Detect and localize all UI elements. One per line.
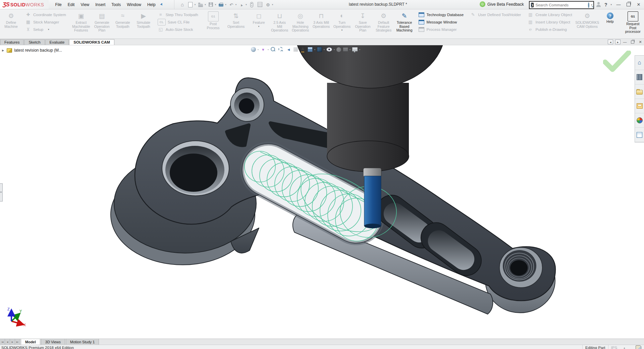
minimize-button[interactable]: —: [615, 2, 622, 7]
simulate-toolpath-button[interactable]: ▶Simulate Toolpath: [133, 10, 154, 39]
tab-3d-views[interactable]: 3D Views: [41, 339, 65, 345]
menu-view[interactable]: View: [77, 1, 92, 8]
solidworks-cam-options-button[interactable]: ⚙SOLIDWORKS CAM Options: [577, 10, 598, 39]
threaded-end-boss[interactable]: [499, 247, 542, 288]
generate-toolpath-button[interactable]: ≈Generate Toolpath: [112, 10, 133, 39]
nav-last-button[interactable]: ▶|: [15, 339, 20, 345]
menu-insert[interactable]: Insert: [92, 1, 108, 8]
cutting-tool[interactable]: [364, 176, 381, 226]
default-feature-strategies-button[interactable]: ⚙Default Feature Strategies: [373, 10, 394, 39]
custom-properties-button[interactable]: [635, 128, 644, 142]
view-palette-button[interactable]: [635, 99, 644, 113]
options-dropdown-icon[interactable]: ▾: [272, 3, 273, 6]
close-button[interactable]: ✕: [635, 2, 642, 7]
user-defined-tool-holder-button[interactable]: ✎User Defined Tool/Holder: [469, 11, 523, 18]
view-settings-button[interactable]: [351, 47, 359, 52]
design-library-button[interactable]: [635, 70, 644, 84]
request-post-processor-button[interactable]: G1Request Post processor: [623, 10, 643, 39]
doc-minimize-button[interactable]: —: [623, 40, 627, 44]
globe-tag-icon[interactable]: [636, 345, 641, 349]
generate-operation-plan-button[interactable]: ▤Generate Operation Plan: [92, 10, 112, 39]
appearances-scenes-button[interactable]: [635, 113, 644, 128]
units-dropdown-icon[interactable]: ▲: [623, 347, 626, 349]
save-cl-file-button[interactable]: CLSave CL File: [157, 18, 200, 25]
top-boss[interactable]: [230, 88, 264, 121]
undo-button[interactable]: [228, 1, 235, 8]
select-button[interactable]: [238, 1, 245, 8]
options-button[interactable]: [264, 1, 272, 8]
tab-model[interactable]: Model: [21, 339, 40, 345]
view-settings-dropdown-icon[interactable]: ▾: [359, 48, 360, 51]
search-input[interactable]: [535, 3, 588, 7]
tolerance-based-machining-button[interactable]: ✎Tolerance Based Machining: [394, 10, 415, 39]
view-orientation-dropdown-icon[interactable]: ▾: [314, 48, 315, 51]
turn-operations-button[interactable]: ◐Turn Operations▼: [332, 10, 353, 39]
view-sphere-button[interactable]: [250, 46, 257, 53]
menu-window[interactable]: Window: [124, 1, 144, 8]
save-button[interactable]: [207, 1, 215, 8]
menu-edit[interactable]: Edit: [65, 1, 78, 8]
new-button[interactable]: [187, 1, 194, 8]
pane-left-button[interactable]: ◀: [608, 40, 613, 44]
hub-bore[interactable]: [162, 141, 229, 196]
hide-show-items-button[interactable]: [325, 47, 333, 52]
open-dropdown-icon[interactable]: ▾: [205, 3, 206, 6]
user-account-icon[interactable]: [596, 2, 601, 7]
tab-motion-study-1[interactable]: Motion Study 1: [66, 339, 99, 345]
beta-feedback-button[interactable]: ☺ Give Beta Feedback: [480, 1, 524, 7]
doc-restore-button[interactable]: [631, 41, 634, 44]
step-thru-toolpath-button[interactable]: ≡Step Thru Toolpath: [157, 11, 200, 18]
doc-close-button[interactable]: ✕: [638, 40, 643, 44]
rebuild-button[interactable]: [248, 1, 256, 8]
file-properties-button[interactable]: [256, 1, 264, 8]
selection-filter-dropdown-icon[interactable]: ▾: [268, 48, 269, 51]
nav-next-button[interactable]: ▶: [10, 339, 15, 345]
zoom-to-fit-button[interactable]: [269, 46, 277, 53]
view-sphere-dropdown-icon[interactable]: ▾: [258, 48, 259, 51]
setup-button[interactable]: ⊻Setup▾: [24, 26, 68, 33]
2-5-axis-mill-operations-button[interactable]: ⊔2.5 Axis Mill Operations: [269, 10, 290, 39]
feature-button[interactable]: ◻Feature▼: [249, 10, 269, 39]
feature-tree-root[interactable]: ▶ latest revision backup (M...: [2, 48, 62, 53]
nav-previous-button[interactable]: ◀: [5, 339, 10, 345]
technology-database-button[interactable]: Technology Database: [418, 11, 466, 18]
new-dropdown-icon[interactable]: ▾: [195, 3, 196, 6]
graphics-viewport[interactable]: ▶ latest revision backup (M... ▾▾▾▾▾▾▾ X…: [0, 45, 644, 339]
display-style-dropdown-icon[interactable]: ▾: [324, 48, 325, 51]
search-commands-box[interactable]: ❯ ▾: [529, 1, 594, 9]
nav-first-button[interactable]: |◀: [0, 339, 5, 345]
zoom-to-area-button[interactable]: [277, 46, 285, 53]
tab-sketch[interactable]: Sketch: [24, 39, 45, 45]
model-canvas[interactable]: [0, 45, 644, 339]
tab-features[interactable]: Features: [0, 39, 24, 45]
tab-solidworks-cam[interactable]: SOLIDWORKS CAM: [69, 39, 114, 45]
help-menu-button[interactable]: ?: [604, 2, 607, 7]
file-explorer-button[interactable]: [635, 84, 644, 99]
feature-manager-splitter[interactable]: [0, 183, 3, 201]
hide-show-items-dropdown-icon[interactable]: ▾: [334, 48, 335, 51]
open-button[interactable]: [197, 1, 204, 8]
select-dropdown-icon[interactable]: ▾: [246, 3, 247, 6]
pin-menu-icon[interactable]: [159, 2, 165, 8]
extract-machinable-features-button[interactable]: ▣Extract Machinable Features: [71, 10, 92, 39]
help-button[interactable]: ?Help: [600, 10, 621, 39]
menu-file[interactable]: File: [52, 1, 64, 8]
menu-help[interactable]: Help: [144, 1, 159, 8]
display-style-button[interactable]: [316, 46, 323, 53]
print-button[interactable]: [217, 1, 225, 8]
3-axis-mill-operations-button[interactable]: ⊓3 Axis Mill Operations: [311, 10, 332, 39]
define-machine-button[interactable]: ⚙Define Machine: [1, 10, 21, 39]
publish-e-drawing-button[interactable]: ℮Publish e-Drawing: [526, 26, 574, 33]
units-selector[interactable]: IPS: [611, 346, 618, 349]
process-manager-button[interactable]: Process Manager: [418, 26, 466, 33]
save-operation-plan-button[interactable]: ↧Save Operation Plan: [353, 10, 373, 39]
annotation-views-button[interactable]: [299, 46, 307, 53]
print-dropdown-icon[interactable]: ▾: [225, 3, 226, 6]
coordinate-system-button[interactable]: ✚Coordinate System: [24, 11, 68, 18]
message-window-button[interactable]: Message Window: [418, 18, 466, 25]
save-dropdown-icon[interactable]: ▾: [215, 3, 216, 6]
insert-library-object-button[interactable]: ▥Insert Library Object: [526, 18, 574, 25]
create-library-object-button[interactable]: ▥Create Library Object: [526, 11, 574, 18]
post-process-button[interactable]: G1Post Process: [203, 10, 224, 39]
home-button[interactable]: [179, 1, 186, 8]
